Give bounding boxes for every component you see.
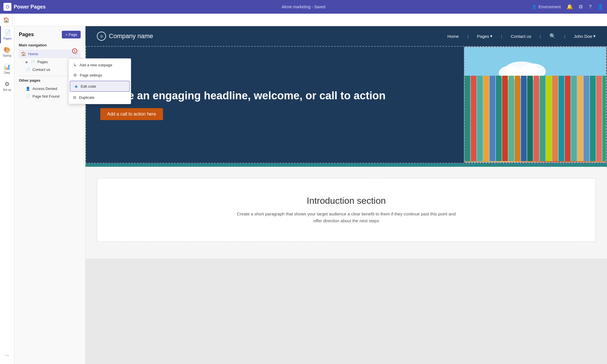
sidebar-item-styling[interactable]: 🎨 Styling [0, 43, 14, 60]
svg-rect-22 [577, 76, 583, 161]
website-search-icon[interactable]: 🔍 [549, 33, 556, 39]
sidebar-item-data[interactable]: 📊 Data [0, 60, 14, 77]
add-page-button[interactable]: + Page [62, 31, 81, 38]
website-nav-pages-chevron: ▾ [490, 34, 492, 39]
svg-rect-8 [490, 76, 495, 161]
setup-icon: ⚙ [5, 81, 10, 87]
svg-rect-4 [465, 76, 470, 161]
intro-section: Introduction section Create a short para… [97, 178, 596, 242]
context-menu-page-settings[interactable]: ⚙ Page settings [69, 70, 131, 80]
svg-rect-23 [584, 76, 589, 161]
hero-image [464, 47, 606, 163]
svg-rect-17 [546, 76, 552, 161]
website-nav-divider1: | [467, 34, 469, 39]
access-denied-icon: 👤 [26, 87, 30, 91]
context-menu-edit-code-label: Edit code [81, 84, 96, 89]
top-bar-right: 👤 Environment 🔔 ⚙ ? 👤 [532, 4, 604, 10]
nav-item-home-label: Home [28, 52, 38, 56]
top-bar: ⬡ Power Pages Akme marketing - Saved 👤 E… [0, 0, 607, 14]
pages-label: Pages [3, 37, 11, 40]
setup-label: Set up [3, 88, 11, 91]
svg-rect-6 [477, 76, 483, 161]
svg-rect-14 [527, 76, 533, 161]
nav-item-page-not-found-label: Page Not Found [32, 94, 60, 98]
logo-icon: ⬡ [3, 3, 11, 11]
nav-item-contact-label: Contact us [32, 67, 50, 72]
add-page-label: + Page [65, 32, 77, 37]
svg-rect-9 [496, 76, 502, 161]
website-nav-user[interactable]: John Doe ▾ [574, 34, 596, 39]
help-icon[interactable]: ? [589, 4, 592, 10]
svg-rect-20 [565, 76, 571, 161]
website-preview: ◎ Company name Home | Pages ▾ | Contact … [85, 26, 607, 259]
website-nav-home: Home [447, 34, 459, 39]
styling-icon: 🎨 [3, 46, 11, 53]
hero-section: Create an engaging headline, welcome, or… [85, 46, 607, 163]
chevron-right-icon: ▶ [26, 60, 28, 64]
home-button[interactable]: 🏠 [0, 14, 13, 26]
environment-label: Environment [538, 5, 561, 9]
more-dots-icon: ··· [5, 352, 9, 358]
hero-cta-button[interactable]: Add a call to action here [100, 108, 163, 120]
contact-nav-icon: 📄 [26, 67, 30, 72]
nav-item-home[interactable]: 🏠 Home ··· 1 [19, 50, 81, 58]
page-title: Akme marketing - Saved [282, 5, 325, 9]
website-logo-circle: ◎ [97, 32, 106, 41]
second-bar: 🏠 2 ✦ Edit code 🔍 ▾ ⤢ [0, 14, 607, 26]
page-settings-icon: ⚙ [73, 73, 77, 77]
notification-icon[interactable]: 🔔 [567, 4, 573, 10]
context-menu-edit-code[interactable]: ◈ Edit code [70, 81, 130, 92]
website-logo: ◎ Company name [97, 32, 153, 41]
styling-label: Styling [3, 54, 11, 57]
page-nav-icon: 📄 [30, 60, 35, 64]
website-nav-divider2: | [501, 34, 502, 39]
duplicate-icon: ⧉ [73, 95, 76, 100]
left-sidebar: 📄 Pages 🎨 Styling 📊 Data ⚙ Set up ··· [0, 26, 14, 364]
svg-rect-15 [533, 76, 539, 161]
main-nav-label: Main navigation [19, 43, 81, 47]
home-nav-icon: 🏠 [21, 52, 26, 56]
data-icon: 📊 [3, 63, 11, 70]
settings-icon[interactable]: ⚙ [579, 4, 583, 10]
data-label: Data [4, 71, 10, 74]
pages-header: Pages + Page [19, 31, 81, 38]
main-content: ◎ Company name Home | Pages ▾ | Contact … [85, 26, 607, 364]
website-nav-user-label: John Doe [574, 34, 592, 39]
environment-icon: 👤 [532, 5, 537, 9]
website-nav-pages[interactable]: Pages ▾ [477, 34, 493, 39]
svg-rect-25 [596, 76, 602, 161]
nav-item-pages-label: Pages [37, 60, 48, 64]
website-nav-divider4: | [564, 34, 565, 39]
sidebar-item-pages[interactable]: 📄 Pages [0, 26, 14, 43]
svg-rect-13 [521, 76, 527, 161]
intro-title: Introduction section [109, 196, 584, 206]
svg-rect-11 [508, 76, 514, 161]
svg-rect-5 [471, 76, 476, 161]
context-menu-add-subpage[interactable]: ↳ Add a new subpage [69, 60, 131, 70]
website-nav-divider3: | [540, 34, 541, 39]
user-avatar[interactable]: 👤 [597, 4, 604, 10]
nav-item-access-denied-label: Access Denied [32, 87, 57, 91]
context-menu-page-settings-label: Page settings [80, 73, 102, 77]
svg-rect-26 [602, 76, 606, 161]
svg-rect-24 [590, 76, 596, 161]
app-logo: ⬡ Power Pages [3, 3, 46, 11]
context-menu-duplicate[interactable]: ⧉ Duplicate [69, 92, 131, 103]
add-subpage-icon: ↳ [73, 63, 77, 67]
pages-panel-title: Pages [19, 32, 34, 38]
sidebar-item-setup[interactable]: ⚙ Set up [0, 77, 14, 94]
environment-info: 👤 Environment [532, 5, 561, 9]
hero-text: Create an engaging headline, welcome, or… [86, 47, 464, 163]
app-name: Power Pages [14, 4, 46, 10]
sidebar-more[interactable]: ··· [5, 352, 9, 358]
pages-icon: 📄 [4, 29, 11, 36]
svg-rect-18 [552, 76, 558, 161]
website-company-name: Company name [109, 32, 153, 40]
intro-text: Create a short paragraph that shows your… [232, 211, 460, 224]
hero-image-placeholder [465, 47, 606, 162]
svg-rect-12 [515, 76, 520, 161]
svg-rect-7 [483, 76, 489, 161]
context-menu-duplicate-label: Duplicate [79, 95, 94, 100]
svg-rect-21 [571, 76, 577, 161]
website-nav-pages-label: Pages [477, 34, 489, 39]
